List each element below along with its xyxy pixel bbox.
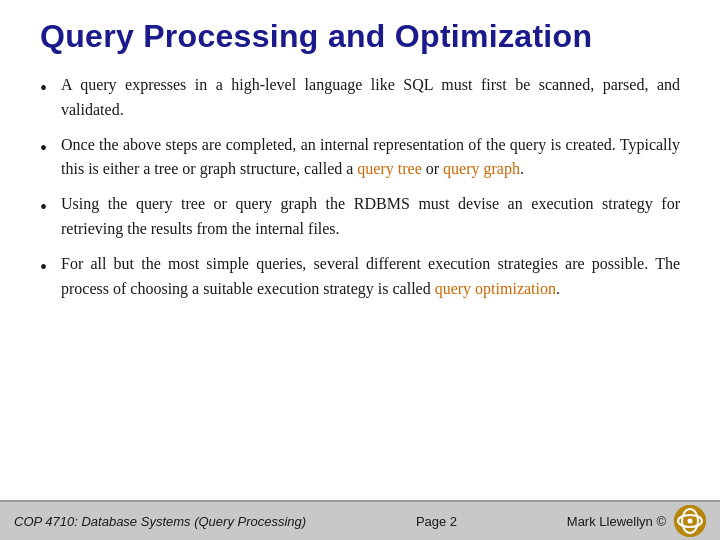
bullet-dot-1: • [40, 74, 47, 102]
svg-point-3 [687, 519, 692, 524]
bullet-text-4: For all but the most simple queries, sev… [61, 252, 680, 302]
bullet-item-3: • Using the query tree or query graph th… [40, 192, 680, 242]
footer-right: Mark Llewellyn © [567, 505, 706, 537]
slide-title: Query Processing and Optimization [40, 18, 680, 55]
slide: Query Processing and Optimization • A qu… [0, 0, 720, 540]
footer-logo-icon [674, 505, 706, 537]
bullet-list: • A query expresses in a high-level lang… [40, 73, 680, 490]
slide-footer: COP 4710: Database Systems (Query Proces… [0, 500, 720, 540]
bullet-item-1: • A query expresses in a high-level lang… [40, 73, 680, 123]
query-tree-highlight: query tree [357, 160, 421, 177]
footer-author: Mark Llewellyn © [567, 514, 666, 529]
bullet-text-3: Using the query tree or query graph the … [61, 192, 680, 242]
bullet-item-2: • Once the above steps are completed, an… [40, 133, 680, 183]
footer-left: COP 4710: Database Systems (Query Proces… [14, 514, 306, 529]
main-content: Query Processing and Optimization • A qu… [0, 0, 720, 500]
bullet-dot-2: • [40, 134, 47, 162]
bullet-text-1: A query expresses in a high-level langua… [61, 73, 680, 123]
bullet-dot-4: • [40, 253, 47, 281]
bullet-dot-3: • [40, 193, 47, 221]
bullet-text-2: Once the above steps are completed, an i… [61, 133, 680, 183]
query-graph-highlight: query graph [443, 160, 520, 177]
query-optimization-highlight: query optimization [435, 280, 556, 297]
bullet-item-4: • For all but the most simple queries, s… [40, 252, 680, 302]
footer-center: Page 2 [416, 514, 457, 529]
